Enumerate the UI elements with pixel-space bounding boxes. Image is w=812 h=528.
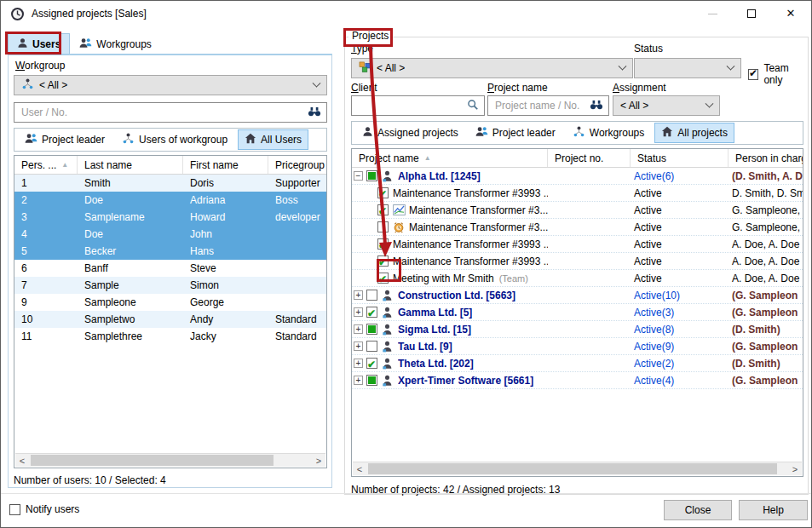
tab-users[interactable]: Users: [8, 33, 70, 55]
column-header-first-name[interactable]: First name: [183, 156, 268, 174]
cell-status: Active(9): [631, 338, 728, 355]
column-header-project-name[interactable]: Project name ▲: [352, 149, 548, 167]
scroll-left-icon[interactable]: <: [353, 462, 366, 475]
column-header-person-in-charge[interactable]: Person in charge: [728, 149, 803, 167]
column-header-project-no[interactable]: Project no.: [548, 149, 631, 167]
chevron-down-icon: [727, 61, 735, 70]
project-tree-row[interactable]: +Gamma Ltd. [5]Active(3)(G. Sampleon: [352, 304, 803, 321]
filter-project-leader-button[interactable]: Project leader: [18, 129, 112, 150]
project-checkbox[interactable]: [377, 238, 389, 250]
project-tree-row[interactable]: Meeting with Mr Smith(Team)ActiveA. Doe,…: [352, 270, 803, 287]
cell-first-name: George: [183, 294, 268, 311]
project-checkbox[interactable]: [366, 307, 377, 318]
project-checkbox[interactable]: [366, 290, 377, 301]
user-icon: [17, 37, 28, 51]
user-table-row[interactable]: 11SamplethreeJackyStandard: [14, 328, 326, 345]
user-table-row[interactable]: 5BeckerHans: [14, 243, 326, 260]
project-tree-row[interactable]: Maintenance Transformer #3...ActiveG. Sa…: [352, 202, 803, 219]
notify-users-checkbox[interactable]: Notify users: [9, 503, 79, 515]
project-tree-row[interactable]: Maintenance Transformer #3993 ...ActiveA…: [352, 236, 803, 253]
user-table-row[interactable]: 4DoeJohn: [14, 226, 326, 243]
expand-toggle-icon[interactable]: +: [354, 290, 363, 300]
project-tree-row[interactable]: +Construction Ltd. [5663]Active(10)(G. S…: [352, 287, 803, 304]
project-tree-row[interactable]: +Tau Ltd. [9]Active(9)(G. Sampleon: [352, 338, 803, 355]
project-tree-row[interactable]: +Sigma Ltd. [15]Active(8)(D. Smith): [352, 321, 803, 338]
filter-project-leader-button[interactable]: Project leader: [469, 123, 562, 143]
expand-toggle-icon[interactable]: +: [354, 359, 363, 368]
scroll-right-icon[interactable]: >: [312, 454, 325, 467]
expand-toggle-icon[interactable]: +: [354, 376, 363, 385]
collapse-toggle-icon[interactable]: −: [354, 171, 363, 181]
expand-toggle-icon[interactable]: +: [354, 324, 363, 334]
help-button[interactable]: Help: [739, 500, 808, 520]
user-table-row[interactable]: 7SampleSimon: [14, 277, 326, 294]
expand-toggle-icon[interactable]: +: [354, 307, 363, 317]
close-button[interactable]: Close: [664, 500, 732, 520]
column-header-status[interactable]: Status: [631, 149, 728, 167]
project-checkbox[interactable]: [377, 221, 389, 232]
column-header-last-name[interactable]: Last name: [78, 156, 183, 174]
project-checkbox[interactable]: [377, 273, 389, 284]
project-tree-row[interactable]: Maintenance Transformer #3993 ...ActiveA…: [352, 253, 803, 270]
user-table-row[interactable]: 1SmithDorisSupporter: [14, 175, 326, 192]
cell-status: Active(4): [631, 372, 728, 389]
cell-pricegroup: Standard: [268, 311, 326, 328]
project-name-text: Maintenance Transformer #3993 ...: [393, 185, 548, 202]
filter-users-of-workgroup-button[interactable]: Users of workgroup: [115, 129, 234, 150]
filter-all-users-button[interactable]: All Users: [238, 129, 308, 150]
project-tree-row[interactable]: +Theta Ltd. [202]Active(2)(D. Smith): [352, 355, 803, 372]
cell-project-name: +Tau Ltd. [9]: [352, 338, 548, 355]
scrollbar-thumb[interactable]: [31, 455, 274, 466]
cell-pers-no: 3: [14, 209, 78, 226]
project-checkbox[interactable]: [377, 255, 389, 267]
users-table-body: 1SmithDorisSupporter2DoeAdrianaBoss3Samp…: [14, 175, 326, 345]
status-dropdown[interactable]: [634, 58, 741, 78]
cell-first-name: Jacky: [183, 328, 268, 345]
type-dropdown[interactable]: < All >: [351, 58, 633, 78]
tab-workgroups[interactable]: Workgroups: [70, 33, 160, 55]
project-checkbox[interactable]: [366, 358, 377, 369]
team-only-checkbox[interactable]: Team only: [748, 62, 808, 86]
assignment-dropdown[interactable]: < All >: [613, 95, 720, 116]
column-header-pricegroup[interactable]: Pricegroup: [268, 156, 326, 174]
user-table-row[interactable]: 9SampleoneGeorge: [14, 294, 326, 311]
close-window-button[interactable]: ✕: [771, 1, 810, 26]
assignment-label: Assignment: [613, 82, 666, 94]
project-checkbox[interactable]: [366, 375, 377, 386]
expand-toggle-icon[interactable]: +: [354, 341, 363, 351]
cell-pers-no: 6: [14, 260, 78, 277]
column-header-pers-no[interactable]: Pers. ... ▲: [14, 156, 78, 174]
user-table-row[interactable]: 10SampletwoAndyStandard: [14, 311, 326, 328]
project-checkbox[interactable]: [377, 187, 389, 198]
scroll-right-icon[interactable]: >: [788, 462, 802, 475]
user-search-input[interactable]: [20, 106, 308, 119]
filter-workgroups-button[interactable]: Workgroups: [566, 123, 651, 143]
project-checkbox[interactable]: [366, 170, 377, 181]
maximize-button[interactable]: [732, 1, 771, 26]
user-table-row[interactable]: 2DoeAdrianaBoss: [14, 192, 326, 209]
filter-assigned-projects-button[interactable]: Assigned projects: [355, 123, 465, 143]
project-tree-row[interactable]: −Alpha Ltd. [1245]Active(6)(D. Smith, A.…: [352, 168, 803, 185]
users-table-header: Pers. ... ▲ Last name First name Pricegr…: [14, 156, 326, 175]
project-tree-row[interactable]: +Xpert-Timer Software [5661]Active(4)(G.…: [352, 372, 803, 389]
project-checkbox[interactable]: [366, 341, 377, 352]
workgroup-dropdown-value: < All >: [39, 79, 67, 91]
cell-pers-no: 7: [14, 277, 78, 294]
project-tree-row[interactable]: Maintenance Transformer #3...ActiveG. Sa…: [352, 219, 803, 236]
scrollbar-thumb[interactable]: [368, 463, 777, 474]
project-name-search-input[interactable]: [493, 99, 590, 112]
project-checkbox[interactable]: [366, 324, 377, 335]
workgroup-dropdown[interactable]: < All >: [14, 75, 327, 95]
project-checkbox[interactable]: [377, 204, 389, 215]
user-table-row[interactable]: 6BanffSteve: [14, 260, 326, 277]
scroll-left-icon[interactable]: <: [15, 454, 29, 467]
type-label: Type: [351, 43, 373, 55]
users-horizontal-scrollbar[interactable]: < >: [15, 453, 325, 467]
client-search-input[interactable]: [357, 99, 467, 112]
filter-all-projects-button[interactable]: All projects: [654, 123, 734, 143]
projects-horizontal-scrollbar[interactable]: < >: [353, 462, 802, 475]
minimize-button[interactable]: [693, 1, 732, 26]
cell-pricegroup: [268, 277, 326, 294]
user-table-row[interactable]: 3SamplenameHowarddeveloper: [14, 209, 326, 226]
project-tree-row[interactable]: Maintenance Transformer #3993 ...ActiveD…: [352, 185, 803, 202]
